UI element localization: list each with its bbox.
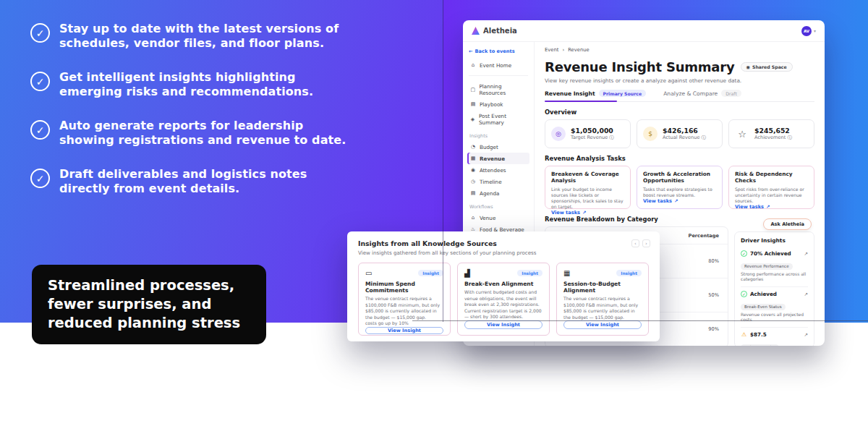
sidebar-item-event-home[interactable]: ⌂ Event Home bbox=[467, 59, 529, 71]
check-circle-icon: ✓ bbox=[30, 23, 50, 43]
clock-icon: ◷ bbox=[470, 179, 476, 184]
list-icon: ▤ bbox=[470, 190, 476, 196]
tasks-heading: Revenue Analysis Tasks bbox=[545, 155, 814, 162]
aletheia-logo-icon bbox=[472, 27, 480, 35]
brand: Aletheia bbox=[472, 27, 517, 35]
page-title: Revenue Insight Summary bbox=[545, 59, 735, 75]
stat-card-target-revenue: ◎ $1,050,000 Target Revenue ⓘ bbox=[545, 119, 631, 148]
success-check-icon: ✓ bbox=[741, 250, 747, 257]
driver-desc: Strong performance across all categories bbox=[741, 271, 808, 283]
info-icon[interactable]: ⓘ bbox=[702, 135, 707, 140]
star-icon: ☆ bbox=[735, 127, 749, 141]
check-circle-icon: ✓ bbox=[30, 169, 50, 188]
folder-icon: ▢ bbox=[470, 87, 475, 93]
stat-label: Actual Revenue ⓘ bbox=[663, 135, 706, 141]
stat-value: $426,166 bbox=[663, 127, 706, 135]
driver-tag: Revenue Performance bbox=[741, 263, 793, 270]
page-subtitle: View key revenue insights or create a an… bbox=[545, 77, 814, 84]
hero-checklist: ✓ Stay up to date with the latest versio… bbox=[30, 22, 349, 196]
panel-title: Insights from all Knowledge Sources bbox=[358, 239, 649, 247]
caption-text: Streamlined processes, fewer surprises, … bbox=[48, 276, 250, 333]
checklist-item: ✓ Auto generate reports for leadership s… bbox=[30, 119, 349, 148]
active-tab-underline bbox=[545, 101, 617, 103]
check-circle-icon: ✓ bbox=[30, 120, 50, 140]
driver-tag: Break-Even Status bbox=[741, 304, 786, 310]
checklist-text: Auto generate reports for leadership sho… bbox=[59, 119, 349, 148]
percentage-cell: 80% bbox=[677, 258, 719, 264]
view-insight-button[interactable]: View Insight bbox=[563, 320, 642, 329]
insight-body: The venue contract requires a $100,000 F… bbox=[365, 296, 443, 327]
user-menu[interactable]: AV ▾ bbox=[801, 26, 816, 36]
view-insight-button[interactable]: View Insight bbox=[464, 320, 542, 329]
sidebar-item-revenue[interactable]: ▦ Revenue bbox=[467, 153, 529, 164]
open-arrow-icon[interactable]: ↗ bbox=[804, 292, 808, 297]
task-card-growth: Growth & Acceleration Opportunities Task… bbox=[637, 166, 723, 209]
sidebar-item-agenda[interactable]: ▤ Agenda bbox=[467, 187, 529, 199]
view-tasks-link[interactable]: View tasks ↗ bbox=[643, 198, 716, 204]
breadcrumb-revenue: Revenue bbox=[568, 47, 590, 53]
driver-insight-item: ✓ 70% Achieved ↗ Revenue Performance Str… bbox=[741, 247, 808, 286]
tab-bar: Revenue Insight Primary Source Analyze &… bbox=[545, 90, 814, 102]
sidebar-item-venue[interactable]: ⌂ Venue bbox=[467, 212, 529, 224]
next-page-button[interactable]: › bbox=[642, 239, 650, 247]
insight-title: Session-to-Budget Alignment bbox=[563, 281, 642, 294]
sidebar-item-post-event-summary[interactable]: ◈ Post Event Summary bbox=[467, 110, 529, 128]
tab-revenue-insight[interactable]: Revenue Insight Primary Source bbox=[545, 90, 646, 97]
driver-insights-heading: Driver Insights bbox=[741, 237, 808, 244]
checklist-item: ✓ Draft deliverables and logistics notes… bbox=[30, 167, 349, 196]
checklist-item: ✓ Stay up to date with the latest versio… bbox=[30, 22, 349, 51]
pie-chart-icon: ◔ bbox=[470, 144, 476, 150]
avatar[interactable]: AV bbox=[801, 26, 812, 36]
sidebar-item-attendees[interactable]: ◉ Attendees bbox=[467, 164, 529, 176]
tab-analyze-compare[interactable]: Analyze & Compare Draft bbox=[663, 90, 741, 97]
people-icon: ◉ bbox=[470, 167, 476, 173]
sidebar-item-planning-resources[interactable]: ▢ Planning Resources bbox=[467, 80, 529, 98]
success-check-icon: ✓ bbox=[741, 291, 747, 297]
external-link-icon: ↗ bbox=[674, 198, 678, 204]
stat-label: Target Revenue ⓘ bbox=[571, 135, 614, 141]
shared-icon: ◉ bbox=[746, 64, 750, 69]
percentage-cell: 50% bbox=[677, 292, 719, 298]
checklist-text: Get intelligent insights highlighting em… bbox=[59, 70, 349, 99]
breadcrumb-event[interactable]: Event bbox=[545, 47, 558, 53]
insight-card-minimum-spend: ▭ Insight Minimum Spend Commitments The … bbox=[358, 263, 451, 336]
diamond-icon: ◈ bbox=[470, 116, 475, 122]
external-link-icon: ↗ bbox=[766, 204, 770, 210]
insight-badge: Insight bbox=[517, 270, 542, 276]
book-icon: ▤ bbox=[470, 101, 476, 107]
knowledge-sources-panel: Insights from all Knowledge Sources View… bbox=[347, 231, 660, 341]
task-card-breakeven: Breakeven & Coverage Analysis Link your … bbox=[545, 166, 631, 209]
stat-value: $1,050,000 bbox=[571, 127, 614, 135]
draft-pill: Draft bbox=[721, 90, 741, 97]
sidebar-item-budget[interactable]: ◔ Budget bbox=[467, 141, 529, 153]
sidebar-item-timeline[interactable]: ◷ Timeline bbox=[467, 176, 529, 187]
open-arrow-icon[interactable]: ↗ bbox=[804, 332, 808, 338]
brand-name: Aletheia bbox=[483, 27, 517, 35]
driver-insights-column: Ask Aletheia Driver Insights ✓ 70% Achie… bbox=[734, 226, 814, 346]
primary-source-pill: Primary Source bbox=[599, 90, 647, 97]
info-icon[interactable]: ⓘ bbox=[609, 135, 614, 140]
insight-body: The venue contract requires a $100,000 F… bbox=[563, 296, 642, 320]
info-icon[interactable]: ⓘ bbox=[787, 135, 792, 140]
ask-aletheia-button[interactable]: Ask Aletheia bbox=[763, 218, 812, 230]
insight-badge: Insight bbox=[418, 270, 443, 276]
driver-status: $87.5 bbox=[750, 331, 767, 338]
back-to-events-link[interactable]: ← Back to events bbox=[469, 48, 528, 54]
stat-card-actual-revenue: $ $426,166 Actual Revenue ⓘ bbox=[637, 119, 723, 148]
back-arrow-icon: ← bbox=[469, 48, 473, 54]
checklist-item: ✓ Get intelligent insights highlighting … bbox=[30, 70, 349, 99]
task-title: Growth & Acceleration Opportunities bbox=[643, 171, 716, 184]
chevron-down-icon: ▾ bbox=[814, 28, 816, 33]
sidebar-section-workflows: Workflows bbox=[469, 204, 527, 210]
prev-page-button[interactable]: ‹ bbox=[631, 239, 639, 247]
stat-label: Achievement ⓘ bbox=[754, 135, 792, 141]
target-icon: ◎ bbox=[551, 127, 566, 141]
view-tasks-link[interactable]: View tasks ↗ bbox=[735, 204, 808, 210]
driver-insight-item: ⚠ $87.5 ↗ Unit Economics Revenue per att… bbox=[741, 327, 808, 346]
task-title: Risk & Dependency Checks bbox=[735, 171, 808, 184]
percentage-cell: 90% bbox=[677, 326, 719, 332]
open-arrow-icon[interactable]: ↗ bbox=[804, 251, 808, 257]
sidebar-item-playbook[interactable]: ▤ Playbook bbox=[467, 98, 529, 110]
view-insight-button[interactable]: View Insight bbox=[365, 327, 443, 334]
insight-body: With current budgeted costs and venue ob… bbox=[464, 289, 542, 320]
